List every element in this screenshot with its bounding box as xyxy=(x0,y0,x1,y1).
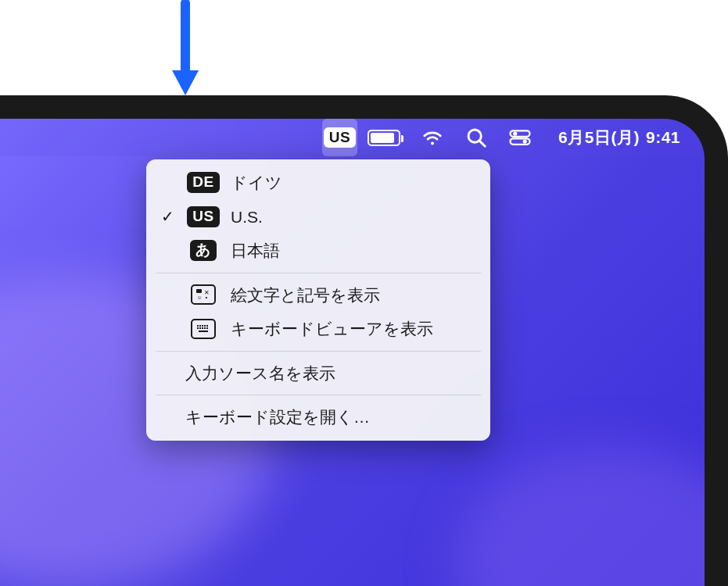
svg-text:•: • xyxy=(206,294,208,301)
separator xyxy=(156,395,481,395)
input-source-label: ドイツ xyxy=(231,170,475,195)
screen: US xyxy=(0,119,705,586)
svg-rect-19 xyxy=(202,327,203,329)
svg-rect-22 xyxy=(199,331,208,332)
menu-item-label: 入力ソース名を表示 xyxy=(140,361,475,386)
time-label: 9:41 xyxy=(646,128,680,147)
date-label: 6月5日(月) xyxy=(558,127,640,148)
menu-item-label: 絵文字と記号を表示 xyxy=(231,283,475,308)
device-frame: US xyxy=(0,95,728,586)
open-keyboard-settings-item[interactable]: キーボード設定を開く… xyxy=(146,400,490,434)
svg-rect-16 xyxy=(206,325,208,327)
input-source-item-us[interactable]: ✓ US U.S. xyxy=(146,200,490,234)
control-center-button[interactable] xyxy=(498,119,542,156)
svg-rect-12 xyxy=(197,325,199,327)
input-source-dropdown: DE ドイツ ✓ US U.S. あ 日本語 ✕☺• xyxy=(146,159,490,441)
lang-badge-ja: あ xyxy=(190,240,217,261)
svg-rect-8 xyxy=(196,289,202,293)
lang-badge-us: US xyxy=(187,206,219,227)
input-source-badge: US xyxy=(324,127,356,148)
menu-item-label: キーボード設定を開く… xyxy=(140,405,475,430)
svg-text:☺: ☺ xyxy=(196,295,202,300)
battery-icon xyxy=(368,130,400,146)
input-source-item-german[interactable]: DE ドイツ xyxy=(146,166,490,200)
input-source-item-japanese[interactable]: あ 日本語 xyxy=(146,234,490,268)
input-source-label: 日本語 xyxy=(231,238,475,263)
svg-marker-1 xyxy=(172,70,199,95)
search-icon xyxy=(464,126,488,149)
separator xyxy=(156,351,481,352)
svg-point-5 xyxy=(513,131,517,135)
show-input-source-name-item[interactable]: 入力ソース名を表示 xyxy=(146,356,490,391)
svg-rect-14 xyxy=(202,325,203,327)
menubar: US xyxy=(0,119,705,156)
wifi-status[interactable] xyxy=(411,119,454,156)
svg-line-3 xyxy=(479,141,485,146)
wallpaper-decoration xyxy=(454,447,705,586)
battery-status[interactable] xyxy=(357,119,411,156)
svg-rect-20 xyxy=(204,327,206,329)
separator xyxy=(156,273,481,273)
svg-rect-15 xyxy=(204,325,206,327)
svg-rect-18 xyxy=(199,327,201,329)
pointer-arrow xyxy=(170,0,201,97)
svg-rect-13 xyxy=(199,325,201,327)
control-center-icon xyxy=(508,126,532,149)
spotlight-button[interactable] xyxy=(454,119,498,156)
input-source-label: U.S. xyxy=(231,205,475,230)
svg-rect-17 xyxy=(197,327,199,329)
input-source-menu-button[interactable]: US xyxy=(322,119,357,156)
wifi-icon xyxy=(421,126,444,149)
datetime[interactable]: 6月5日(月) 9:41 xyxy=(542,119,690,156)
svg-point-7 xyxy=(523,139,527,143)
svg-rect-21 xyxy=(206,327,208,329)
emoji-viewer-icon: ✕☺• xyxy=(191,284,216,305)
lang-badge-de: DE xyxy=(187,172,219,193)
menu-item-label: キーボードビューアを表示 xyxy=(231,316,475,341)
keyboard-viewer-icon xyxy=(191,319,216,339)
show-emoji-item[interactable]: ✕☺• 絵文字と記号を表示 xyxy=(146,278,490,313)
checkmark-icon: ✓ xyxy=(159,205,176,228)
show-keyboard-viewer-item[interactable]: キーボードビューアを表示 xyxy=(146,312,490,346)
